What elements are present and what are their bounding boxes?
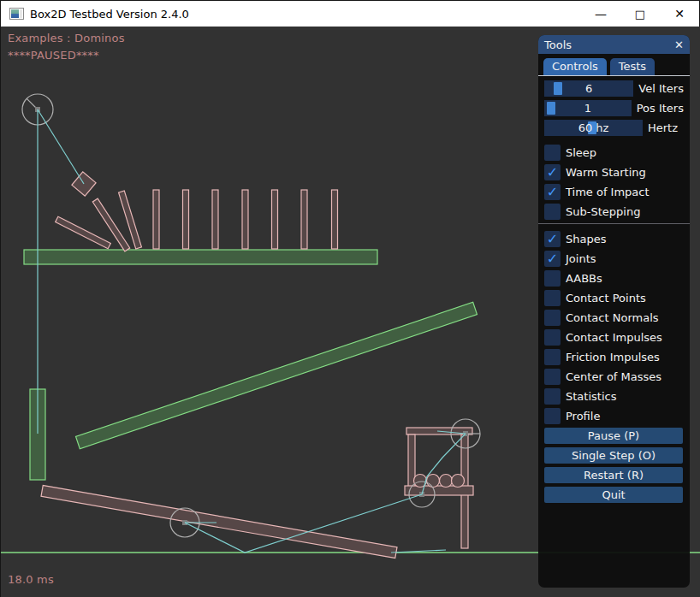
tab-controls[interactable]: Controls: [543, 58, 607, 75]
slider-row-vel-iters: 6 Vel Iters: [544, 80, 684, 97]
window-controls: — □ ✕: [581, 1, 699, 27]
hertz-slider[interactable]: 60 hz: [544, 120, 643, 136]
checkbox-label: Sub-Stepping: [566, 205, 640, 218]
tools-panel-titlebar[interactable]: Tools ✕: [538, 35, 690, 54]
domino: [153, 190, 159, 249]
checkbox-label: Profile: [566, 410, 600, 423]
profile-checkbox[interactable]: [544, 408, 561, 424]
tools-panel: Tools ✕ Controls Tests 6 Vel Iters: [538, 35, 690, 588]
restart-button[interactable]: Restart (R): [544, 467, 683, 483]
checkbox-label: Contact Impulses: [566, 331, 662, 344]
frame-shelf: [405, 486, 473, 495]
checkbox-label: Contact Points: [566, 292, 646, 304]
ball: [452, 475, 465, 488]
tools-tab-bar: Controls Tests: [538, 54, 690, 76]
slider-value: 1: [544, 100, 632, 116]
tools-panel-content: 6 Vel Iters 1 Pos Iters 60 hz: [538, 76, 690, 503]
joint-line: [38, 109, 84, 184]
aabbs-checkbox[interactable]: [544, 270, 561, 287]
checkbox-label: AABBs: [566, 272, 602, 285]
contact-points-checkbox[interactable]: [544, 290, 561, 306]
center-of-masses-checkbox[interactable]: [544, 369, 561, 385]
static-slanted-bar: [76, 302, 478, 448]
checkbox-row-time-of-impact[interactable]: Time of Impact: [544, 184, 684, 200]
sleep-checkbox[interactable]: [544, 145, 561, 161]
domino: [212, 190, 218, 249]
example-label: Examples : Dominos: [8, 32, 125, 44]
close-icon[interactable]: ✕: [660, 1, 699, 27]
time-of-impact-checkbox[interactable]: [544, 184, 561, 200]
checkbox-row-friction-impulses[interactable]: Friction Impulses: [544, 349, 684, 365]
checkbox-label: Contact Normals: [566, 311, 659, 324]
checkbox-label: Statistics: [566, 390, 616, 403]
minimize-icon[interactable]: —: [581, 1, 620, 27]
ball: [440, 475, 453, 488]
checkbox-row-sleep[interactable]: Sleep: [544, 145, 684, 161]
window-titlebar[interactable]: Box2D Testbed Version 2.4.0 — □ ✕: [1, 1, 699, 27]
window-title: Box2D Testbed Version 2.4.0: [30, 8, 189, 21]
separator: [538, 223, 690, 224]
ball: [427, 475, 440, 488]
joints-checkbox[interactable]: [544, 251, 561, 267]
domino: [242, 190, 248, 249]
checkbox-label: Time of Impact: [566, 186, 650, 198]
seesaw-plank: [41, 485, 397, 558]
app-icon: [9, 8, 24, 20]
slider-label: Pos Iters: [637, 102, 684, 115]
checkbox-row-center-of-masses[interactable]: Center of Masses: [544, 369, 684, 385]
frame-time-label: 18.0 ms: [8, 573, 54, 586]
domino: [332, 190, 338, 249]
vel-iters-slider[interactable]: 6: [544, 80, 633, 97]
checkbox-label: Joints: [566, 252, 596, 265]
checkbox-row-statistics[interactable]: Statistics: [544, 388, 684, 405]
static-platform: [24, 250, 377, 264]
checkbox-row-joints[interactable]: Joints: [544, 251, 684, 267]
tab-tests[interactable]: Tests: [610, 58, 655, 75]
checkbox-row-shapes[interactable]: Shapes: [544, 231, 684, 247]
shapes-checkbox[interactable]: [544, 231, 561, 247]
simulation-canvas[interactable]: Examples : Dominos ****PAUSED**** 18.0 m…: [1, 27, 700, 597]
sub-stepping-checkbox[interactable]: [544, 204, 561, 220]
checkbox-row-contact-points[interactable]: Contact Points: [544, 290, 684, 306]
slider-row-hertz: 60 hz Hertz: [544, 120, 684, 136]
domino: [301, 190, 307, 249]
slider-row-pos-iters: 1 Pos Iters: [544, 100, 684, 116]
checkbox-row-contact-impulses[interactable]: Contact Impulses: [544, 329, 684, 346]
paused-label: ****PAUSED****: [8, 49, 99, 62]
pos-iters-slider[interactable]: 1: [544, 100, 632, 116]
app-window: Box2D Testbed Version 2.4.0 — □ ✕: [0, 0, 700, 597]
checkbox-label: Center of Masses: [566, 370, 661, 383]
dynamic-bodies: [41, 172, 473, 559]
single-step-button[interactable]: Single Step (O): [544, 447, 683, 464]
tools-panel-title: Tools: [544, 38, 572, 51]
slider-value: 60 hz: [544, 120, 643, 136]
checkbox-row-warm-starting[interactable]: Warm Starting: [544, 164, 684, 180]
statistics-checkbox[interactable]: [544, 388, 561, 405]
checkbox-label: Friction Impulses: [566, 351, 660, 364]
checkbox-row-contact-normals[interactable]: Contact Normals: [544, 310, 684, 326]
checkbox-row-profile[interactable]: Profile: [544, 408, 684, 424]
domino-fallen: [56, 216, 111, 249]
slider-value: 6: [544, 80, 633, 97]
checkbox-label: Warm Starting: [566, 166, 646, 179]
checkbox-row-aabbs[interactable]: AABBs: [544, 270, 684, 287]
contact-impulses-checkbox[interactable]: [544, 329, 561, 346]
checkbox-label: Shapes: [566, 233, 606, 245]
tools-close-icon[interactable]: ✕: [674, 38, 684, 51]
checkbox-row-sub-stepping[interactable]: Sub-Stepping: [544, 204, 684, 220]
slider-label: Hertz: [648, 121, 678, 134]
domino: [272, 190, 278, 249]
domino: [183, 190, 189, 249]
pause-button[interactable]: Pause (P): [544, 428, 683, 444]
maximize-icon[interactable]: □: [620, 1, 660, 27]
slider-label: Vel Iters: [638, 82, 684, 95]
checkbox-label: Sleep: [566, 146, 596, 159]
quit-button[interactable]: Quit: [544, 487, 683, 503]
contact-normals-checkbox[interactable]: [544, 310, 561, 326]
warm-starting-checkbox[interactable]: [544, 164, 561, 180]
friction-impulses-checkbox[interactable]: [544, 349, 561, 365]
